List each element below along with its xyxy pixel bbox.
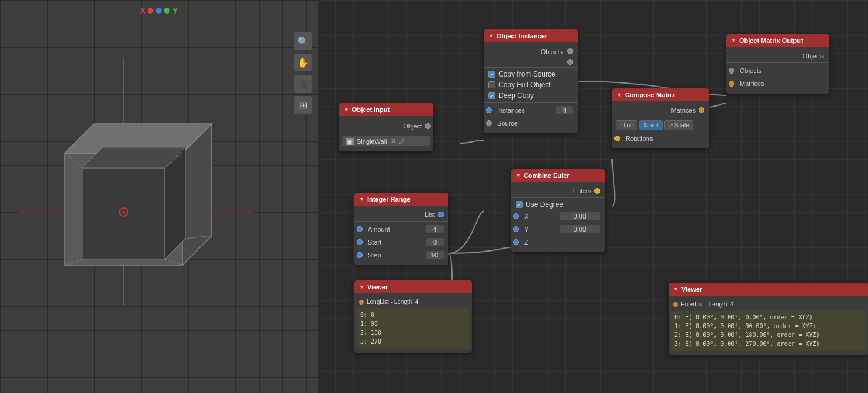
camera-tool[interactable]: 🎥 — [294, 75, 312, 93]
axis-indicator: X Y — [140, 6, 178, 15]
input-socket-source[interactable] — [486, 120, 492, 126]
viewport-3d[interactable]: X Y 🔍 ✋ 🎥 ⊞ — [0, 0, 318, 393]
output-socket-eulers[interactable] — [594, 188, 600, 194]
node-compose-matrix: ▼ Compose Matrix Matrices ↑ Loc ↻ Rot ⤢ — [612, 88, 709, 148]
input-socket-om-matrices[interactable] — [729, 81, 734, 87]
grid-tool[interactable]: ⊞ — [294, 96, 312, 114]
node-integer-range-header: ▼ Integer Range — [354, 193, 448, 206]
viewer2-content: 0: E( 0.00°, 0.00°, 0.00°, order = XYZ) … — [671, 311, 866, 351]
node-combine-euler-header: ▼ Combine Euler — [511, 169, 605, 182]
node-object-instancer: ▼ Object Instancer Objects ✓ Copy from S… — [484, 29, 578, 133]
svg-point-16 — [122, 211, 125, 213]
node-viewer-2-header: ▼ Viewer — [669, 283, 868, 296]
loc-button[interactable]: ↑ Loc — [616, 120, 637, 130]
output-socket-object[interactable] — [425, 123, 431, 129]
deep-copy-row[interactable]: ✓ Deep Copy — [484, 90, 578, 101]
input-socket-z[interactable] — [513, 239, 519, 245]
node-viewer-1-header: ▼ Viewer — [354, 280, 472, 293]
copy-full-object-cb[interactable] — [488, 81, 495, 88]
compose-buttons: ↑ Loc ↻ Rot ⤢ Scale — [612, 118, 709, 132]
input-socket-instances[interactable] — [486, 107, 492, 113]
node-compose-matrix-header: ▼ Compose Matrix — [612, 88, 709, 101]
output-objects-label: Objects — [726, 51, 829, 61]
viewer2-dot — [673, 302, 678, 307]
3d-box-svg — [18, 59, 253, 306]
mesh-icon: ▣ — [346, 138, 354, 145]
input-socket-y[interactable] — [513, 226, 519, 232]
rot-button[interactable]: ↻ Rot — [639, 120, 663, 130]
svg-marker-5 — [82, 168, 165, 259]
zoom-tool[interactable]: 🔍 — [294, 32, 312, 50]
instancer-objects-out: Objects — [484, 46, 578, 58]
node-object-instancer-header: ▼ Object Instancer — [484, 29, 578, 42]
output-socket-objects[interactable] — [567, 48, 573, 54]
axis-x-label: X — [140, 6, 145, 15]
node-object-input: ▼ Object Input Object ▣ SingleWall ✕ 🖊 — [339, 103, 433, 151]
deep-copy-cb[interactable]: ✓ — [488, 92, 495, 99]
node-object-matrix-output: ▼ Object Matrix Output Objects Objects M… — [726, 34, 829, 94]
viewer1-content: 0: 0 1: 90 2: 180 3: 270 — [357, 308, 470, 348]
use-degree-cb[interactable]: ✓ — [516, 201, 523, 208]
output-socket-source[interactable] — [567, 59, 573, 65]
dot-x — [148, 8, 154, 14]
axis-y-label: Y — [172, 6, 178, 15]
scale-button[interactable]: ⤢ Scale — [664, 120, 693, 130]
copy-from-source-cb[interactable]: ✓ — [488, 71, 495, 78]
viewport-toolbar: 🔍 ✋ 🎥 ⊞ — [294, 32, 312, 114]
node-integer-range: ▼ Integer Range List Amount 4 Start 0 St… — [354, 193, 448, 265]
use-degree-row[interactable]: ✓ Use Degree — [511, 199, 605, 210]
output-socket-matrices[interactable] — [699, 107, 704, 113]
copy-full-object-row[interactable]: Copy Full Object — [484, 80, 578, 90]
object-field[interactable]: ▣ SingleWall ✕ 🖊 — [342, 136, 430, 146]
dot-z — [156, 8, 162, 14]
viewer2-title-row: EulerList - Length: 4 — [669, 299, 868, 309]
input-socket-x[interactable] — [513, 213, 519, 219]
dot-y — [164, 8, 170, 14]
node-object-matrix-output-header: ▼ Object Matrix Output — [726, 34, 829, 47]
node-combine-euler: ▼ Combine Euler Eulers ✓ Use Degree X 0.… — [511, 169, 605, 252]
node-viewer-2: ▼ Viewer EulerList - Length: 4 0: E( 0.0… — [669, 283, 868, 355]
node-editor[interactable]: ▼ Object Input Object ▣ SingleWall ✕ 🖊 ▼… — [318, 0, 868, 393]
viewer1-dot — [359, 300, 364, 305]
input-socket-start[interactable] — [357, 239, 363, 245]
input-socket-om-objects[interactable] — [729, 68, 734, 74]
node-object-input-header: ▼ Object Input — [339, 103, 433, 116]
input-socket-step[interactable] — [357, 252, 363, 258]
input-socket-rotations[interactable] — [614, 136, 620, 141]
viewer1-title-row: LongList - Length: 4 — [354, 297, 472, 307]
copy-from-source-row[interactable]: ✓ Copy from Source — [484, 69, 578, 80]
input-socket-amount[interactable] — [357, 226, 363, 232]
output-socket-list[interactable] — [438, 212, 444, 217]
node-viewer-1: ▼ Viewer LongList - Length: 4 0: 0 1: 90… — [354, 280, 472, 353]
pan-tool[interactable]: ✋ — [294, 54, 312, 71]
